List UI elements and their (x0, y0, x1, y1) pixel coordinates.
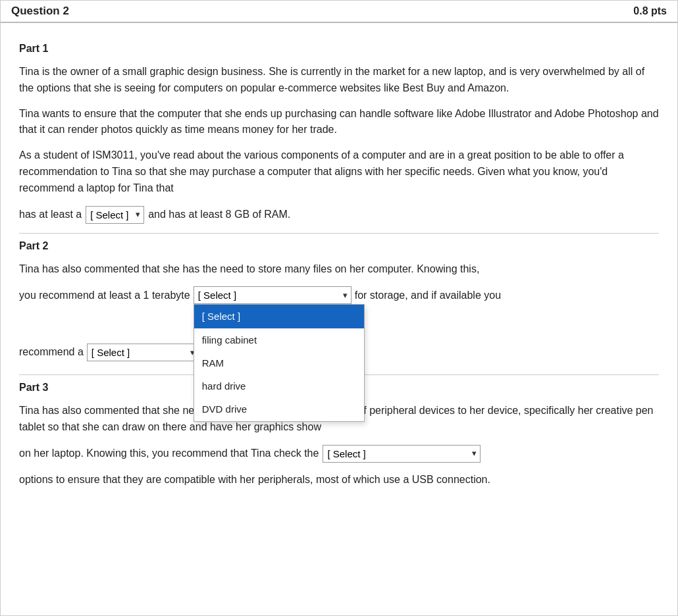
question-title: Question 2 (11, 5, 69, 18)
question-body: Part 1 Tina is the owner of a small grap… (1, 23, 677, 517)
dropdown-item-select[interactable]: [ Select ] (194, 305, 364, 328)
dropdown-item-ram[interactable]: RAM (194, 351, 364, 374)
question-header: Question 2 0.8 pts (1, 1, 677, 23)
part3-inline-row: on her laptop. Knowing this, you recomme… (19, 445, 659, 463)
part2-select3-wrapper[interactable]: [ Select ] filing cabinet RAM hard drive… (87, 344, 199, 361)
part2-row1-prefix: you recommend at least a 1 terabyte (19, 288, 190, 304)
part3-select4-wrapper[interactable]: [ Select ] USB ports HDMI ports Bluetoot… (323, 445, 481, 463)
part1-inline-suffix: and has at least 8 GB of RAM. (148, 207, 290, 223)
part1-para2: Tina wants to ensure that the computer t… (19, 106, 659, 139)
part2-select2[interactable]: [ Select ] filing cabinet RAM hard drive… (194, 286, 352, 304)
part1-para1: Tina is the owner of a small graphic des… (19, 64, 659, 97)
part2-para: Tina has also commented that she has the… (19, 261, 659, 278)
part2-select2-wrapper[interactable]: [ Select ] filing cabinet RAM hard drive… (194, 286, 352, 304)
part1-select[interactable]: [ Select ] GPU CPU RAM SSD (86, 206, 144, 224)
part3-select4[interactable]: [ Select ] USB ports HDMI ports Bluetoot… (323, 445, 481, 463)
part2-title: Part 2 (19, 240, 659, 252)
part1-inline-prefix: has at least a (19, 207, 82, 223)
dropdown-item-dvd[interactable]: DVD drive (194, 398, 364, 421)
part1-section: Part 1 Tina is the owner of a small grap… (19, 43, 659, 224)
part2-row1: you recommend at least a 1 terabyte [ Se… (19, 286, 659, 304)
part1-inline-row: has at least a [ Select ] GPU CPU RAM SS… (19, 206, 659, 224)
part1-para3: As a student of ISM3011, you've read abo… (19, 147, 659, 196)
dropdown-item-hdd[interactable]: hard drive (194, 374, 364, 398)
question-pts: 0.8 pts (633, 5, 667, 17)
part2-section: Part 2 Tina has also commented that she … (19, 240, 659, 362)
part1-select-wrapper[interactable]: [ Select ] GPU CPU RAM SSD (86, 206, 144, 224)
dropdown-item-filing[interactable]: filing cabinet (194, 328, 364, 351)
part1-title: Part 1 (19, 43, 659, 55)
part2-row2-prefix: recommend a (19, 344, 84, 361)
part3-para2: options to ensure that they are compatib… (19, 472, 659, 488)
part2-select3[interactable]: [ Select ] filing cabinet RAM hard drive… (87, 344, 199, 361)
part2-row1-suffix: for storage, and if available you (355, 288, 501, 304)
part2-dropdown-list: [ Select ] filing cabinet RAM hard drive… (194, 304, 365, 421)
part2-dropdown-container[interactable]: [ Select ] filing cabinet RAM hard drive… (194, 286, 352, 304)
part3-inline-prefix: on her laptop. Knowing this, you recomme… (19, 446, 319, 462)
